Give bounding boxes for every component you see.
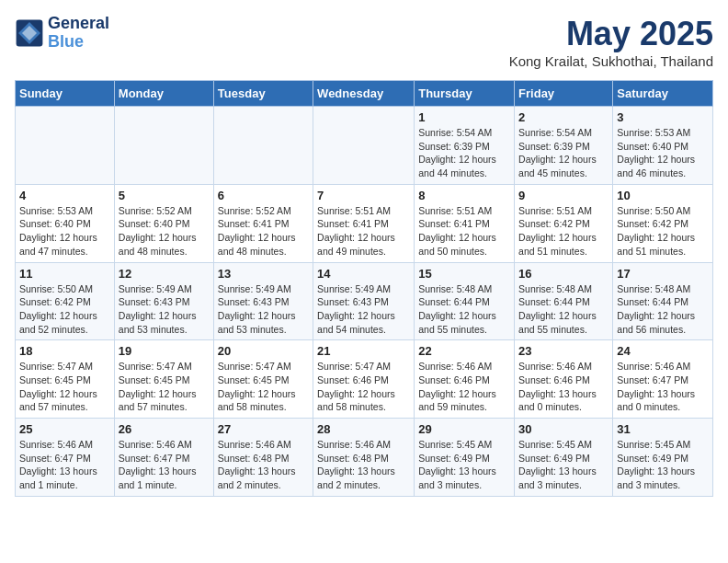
day-number: 18 [19, 344, 110, 358]
calendar-cell: 28Sunrise: 5:46 AM Sunset: 6:48 PM Dayli… [313, 419, 415, 497]
day-info: Sunrise: 5:45 AM Sunset: 6:49 PM Dayligh… [418, 438, 510, 492]
day-number: 5 [119, 189, 210, 202]
calendar-cell [213, 107, 313, 185]
calendar-cell: 16Sunrise: 5:48 AM Sunset: 6:44 PM Dayli… [515, 262, 613, 340]
logo: General Blue [15, 15, 109, 52]
weekday-header-monday: Monday [114, 81, 213, 107]
day-number: 6 [218, 189, 309, 202]
day-number: 7 [317, 189, 410, 202]
day-info: Sunrise: 5:53 AM Sunset: 6:40 PM Dayligh… [617, 126, 709, 180]
day-number: 1 [418, 110, 510, 124]
calendar-cell: 2Sunrise: 5:54 AM Sunset: 6:39 PM Daylig… [515, 107, 613, 185]
day-info: Sunrise: 5:47 AM Sunset: 6:45 PM Dayligh… [119, 360, 210, 414]
page-header: General Blue May 2025 Kong Krailat, Sukh… [15, 15, 713, 69]
day-info: Sunrise: 5:46 AM Sunset: 6:47 PM Dayligh… [617, 360, 709, 414]
day-info: Sunrise: 5:48 AM Sunset: 6:44 PM Dayligh… [617, 282, 709, 337]
day-number: 3 [617, 110, 709, 124]
calendar-cell: 30Sunrise: 5:45 AM Sunset: 6:49 PM Dayli… [515, 419, 613, 497]
weekday-header-sunday: Sunday [16, 81, 115, 107]
calendar-cell: 14Sunrise: 5:49 AM Sunset: 6:43 PM Dayli… [313, 262, 415, 340]
day-info: Sunrise: 5:48 AM Sunset: 6:44 PM Dayligh… [518, 282, 609, 337]
day-number: 28 [317, 422, 410, 436]
day-info: Sunrise: 5:48 AM Sunset: 6:44 PM Dayligh… [418, 282, 510, 337]
day-info: Sunrise: 5:47 AM Sunset: 6:45 PM Dayligh… [19, 360, 110, 414]
day-info: Sunrise: 5:50 AM Sunset: 6:42 PM Dayligh… [19, 282, 110, 337]
calendar-cell: 23Sunrise: 5:46 AM Sunset: 6:46 PM Dayli… [515, 340, 613, 419]
day-info: Sunrise: 5:52 AM Sunset: 6:41 PM Dayligh… [218, 204, 309, 259]
calendar-cell [114, 107, 213, 185]
day-number: 2 [518, 110, 609, 124]
calendar-cell: 11Sunrise: 5:50 AM Sunset: 6:42 PM Dayli… [16, 262, 115, 340]
day-info: Sunrise: 5:49 AM Sunset: 6:43 PM Dayligh… [119, 282, 210, 337]
day-info: Sunrise: 5:46 AM Sunset: 6:48 PM Dayligh… [218, 438, 309, 492]
day-number: 19 [119, 344, 210, 358]
day-info: Sunrise: 5:46 AM Sunset: 6:46 PM Dayligh… [518, 360, 609, 414]
day-number: 9 [518, 189, 609, 202]
calendar-cell: 1Sunrise: 5:54 AM Sunset: 6:39 PM Daylig… [415, 107, 515, 185]
calendar-cell: 19Sunrise: 5:47 AM Sunset: 6:45 PM Dayli… [114, 340, 213, 419]
calendar-cell: 4Sunrise: 5:53 AM Sunset: 6:40 PM Daylig… [16, 184, 115, 262]
day-number: 14 [317, 267, 410, 281]
calendar-cell [313, 107, 415, 185]
day-number: 16 [518, 267, 609, 281]
day-number: 17 [617, 267, 709, 281]
calendar-cell: 26Sunrise: 5:46 AM Sunset: 6:47 PM Dayli… [114, 419, 213, 497]
calendar-week-row: 4Sunrise: 5:53 AM Sunset: 6:40 PM Daylig… [16, 184, 713, 262]
calendar-cell [16, 107, 115, 185]
day-number: 13 [218, 267, 309, 281]
day-info: Sunrise: 5:51 AM Sunset: 6:42 PM Dayligh… [518, 204, 609, 259]
calendar-cell: 25Sunrise: 5:46 AM Sunset: 6:47 PM Dayli… [16, 419, 115, 497]
calendar-cell: 6Sunrise: 5:52 AM Sunset: 6:41 PM Daylig… [213, 184, 313, 262]
day-info: Sunrise: 5:53 AM Sunset: 6:40 PM Dayligh… [19, 204, 110, 259]
day-number: 21 [317, 344, 410, 358]
title-block: May 2025 Kong Krailat, Sukhothai, Thaila… [509, 15, 713, 69]
calendar-cell: 5Sunrise: 5:52 AM Sunset: 6:40 PM Daylig… [114, 184, 213, 262]
calendar-cell: 20Sunrise: 5:47 AM Sunset: 6:45 PM Dayli… [213, 340, 313, 419]
calendar-cell: 3Sunrise: 5:53 AM Sunset: 6:40 PM Daylig… [613, 107, 713, 185]
day-info: Sunrise: 5:47 AM Sunset: 6:46 PM Dayligh… [317, 360, 410, 414]
calendar-cell: 21Sunrise: 5:47 AM Sunset: 6:46 PM Dayli… [313, 340, 415, 419]
calendar-cell: 17Sunrise: 5:48 AM Sunset: 6:44 PM Dayli… [613, 262, 713, 340]
day-info: Sunrise: 5:46 AM Sunset: 6:48 PM Dayligh… [317, 438, 410, 492]
calendar-subtitle: Kong Krailat, Sukhothai, Thailand [509, 53, 713, 69]
day-number: 15 [418, 267, 510, 281]
day-number: 26 [119, 422, 210, 436]
weekday-header-row: SundayMondayTuesdayWednesdayThursdayFrid… [16, 81, 713, 107]
day-number: 22 [418, 344, 510, 358]
day-number: 31 [617, 422, 709, 436]
calendar-cell: 8Sunrise: 5:51 AM Sunset: 6:41 PM Daylig… [415, 184, 515, 262]
day-info: Sunrise: 5:49 AM Sunset: 6:43 PM Dayligh… [317, 282, 410, 337]
weekday-header-tuesday: Tuesday [213, 81, 313, 107]
day-info: Sunrise: 5:46 AM Sunset: 6:46 PM Dayligh… [418, 360, 510, 414]
calendar-week-row: 18Sunrise: 5:47 AM Sunset: 6:45 PM Dayli… [16, 340, 713, 419]
day-number: 25 [19, 422, 110, 436]
day-number: 10 [617, 189, 709, 202]
day-info: Sunrise: 5:50 AM Sunset: 6:42 PM Dayligh… [617, 204, 709, 259]
day-info: Sunrise: 5:45 AM Sunset: 6:49 PM Dayligh… [518, 438, 609, 492]
day-number: 27 [218, 422, 309, 436]
calendar-week-row: 11Sunrise: 5:50 AM Sunset: 6:42 PM Dayli… [16, 262, 713, 340]
day-number: 8 [418, 189, 510, 202]
day-number: 11 [19, 267, 110, 281]
day-number: 12 [119, 267, 210, 281]
day-number: 29 [418, 422, 510, 436]
logo-text: General Blue [48, 15, 109, 52]
calendar-cell: 22Sunrise: 5:46 AM Sunset: 6:46 PM Dayli… [415, 340, 515, 419]
day-info: Sunrise: 5:49 AM Sunset: 6:43 PM Dayligh… [218, 282, 309, 337]
calendar-title: May 2025 [509, 15, 713, 53]
calendar-cell: 9Sunrise: 5:51 AM Sunset: 6:42 PM Daylig… [515, 184, 613, 262]
calendar-cell: 13Sunrise: 5:49 AM Sunset: 6:43 PM Dayli… [213, 262, 313, 340]
calendar-cell: 31Sunrise: 5:45 AM Sunset: 6:49 PM Dayli… [613, 419, 713, 497]
weekday-header-friday: Friday [515, 81, 613, 107]
day-number: 4 [19, 189, 110, 202]
day-info: Sunrise: 5:46 AM Sunset: 6:47 PM Dayligh… [19, 438, 110, 492]
weekday-header-thursday: Thursday [415, 81, 515, 107]
day-info: Sunrise: 5:52 AM Sunset: 6:40 PM Dayligh… [119, 204, 210, 259]
day-info: Sunrise: 5:46 AM Sunset: 6:47 PM Dayligh… [119, 438, 210, 492]
calendar-cell: 7Sunrise: 5:51 AM Sunset: 6:41 PM Daylig… [313, 184, 415, 262]
day-number: 24 [617, 344, 709, 358]
day-info: Sunrise: 5:54 AM Sunset: 6:39 PM Dayligh… [418, 126, 510, 180]
weekday-header-wednesday: Wednesday [313, 81, 415, 107]
calendar-table: SundayMondayTuesdayWednesdayThursdayFrid… [15, 80, 713, 497]
calendar-week-row: 1Sunrise: 5:54 AM Sunset: 6:39 PM Daylig… [16, 107, 713, 185]
